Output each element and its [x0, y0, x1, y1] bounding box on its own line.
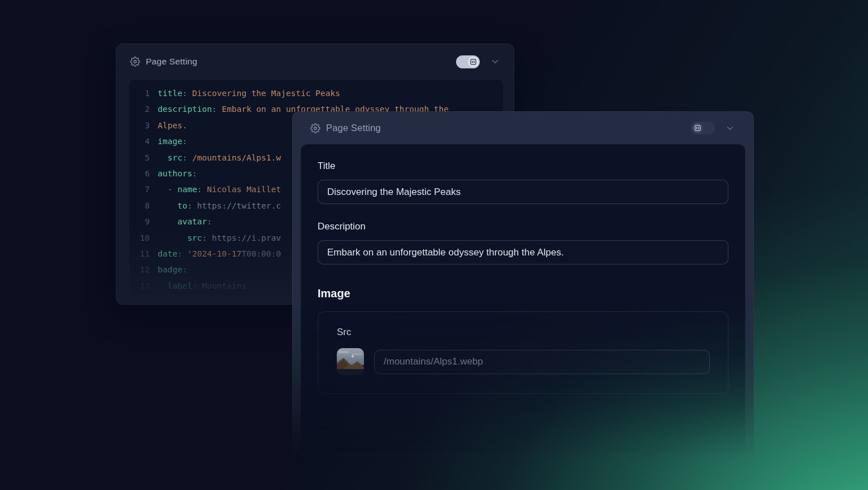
- page-setting-form-panel: Page Setting Title Description Image Src: [292, 111, 754, 462]
- code-token-val: Discovering the Majestic Peaks: [187, 85, 340, 101]
- code-token-colon: :: [183, 150, 188, 166]
- code-token-muted: Mountains: [197, 278, 246, 294]
- toggle-knob: [692, 123, 703, 133]
- description-field-label: Description: [318, 221, 728, 232]
- code-token-muted: https://twitter.c: [192, 198, 281, 214]
- code-token-plain: [158, 181, 167, 197]
- code-token-colon: :: [212, 101, 217, 117]
- panel-title: Page Setting: [326, 123, 381, 133]
- code-panel-header: Page Setting: [116, 44, 514, 79]
- code-token-plain: [158, 150, 167, 166]
- code-token-key: label: [167, 278, 192, 294]
- gear-icon: [310, 123, 320, 133]
- chevron-down-icon[interactable]: [490, 57, 500, 67]
- code-token-key: description: [158, 101, 212, 117]
- code-token-key: authors: [158, 166, 192, 181]
- code-token-key: name: [177, 181, 197, 197]
- line-number: 11: [129, 246, 158, 262]
- form-panel-header: Page Setting: [293, 112, 753, 144]
- code-token-plain: [158, 198, 177, 214]
- code-token-colon: :: [192, 166, 197, 181]
- code-token-colon: :: [207, 214, 212, 229]
- code-token-colon: :: [177, 246, 183, 262]
- gear-icon: [130, 57, 140, 67]
- code-token-val: '2024-10-17: [183, 246, 242, 262]
- code-token-key: title: [158, 85, 183, 101]
- line-number: 2: [129, 101, 158, 117]
- line-number: 9: [129, 214, 158, 229]
- image-section-heading: Image: [318, 287, 728, 300]
- code-token-key: src: [167, 150, 182, 166]
- code-token-val2: Nicolas Maillet: [202, 181, 281, 197]
- line-number: 10: [129, 230, 158, 246]
- title-field-label: Title: [318, 161, 728, 172]
- src-field-label: Src: [337, 327, 710, 338]
- code-token-colon: :: [183, 133, 188, 149]
- panel-title: Page Setting: [146, 57, 197, 67]
- line-number: 13: [129, 278, 158, 294]
- code-token-muted: T00:00:0: [241, 246, 281, 262]
- code-token-plain: [158, 230, 187, 246]
- code-token-colon: :: [187, 198, 192, 214]
- image-group-box: Src: [318, 311, 728, 394]
- code-line: 1title: Discovering the Majestic Peaks: [129, 85, 503, 101]
- code-block-icon: [470, 58, 477, 66]
- description-input[interactable]: [318, 240, 728, 264]
- title-input[interactable]: [318, 180, 728, 204]
- code-token-colon: :: [183, 85, 188, 101]
- code-token-key: badge: [158, 262, 183, 277]
- code-token-colon: :: [192, 278, 197, 294]
- line-number: 12: [129, 262, 158, 277]
- line-number: 6: [129, 166, 158, 181]
- code-token-key: to: [177, 198, 187, 214]
- line-number: 5: [129, 150, 158, 166]
- code-view-toggle[interactable]: [456, 55, 480, 68]
- code-token-plain: [158, 214, 177, 229]
- toggle-knob: [468, 57, 479, 67]
- code-token-colon: :: [183, 262, 188, 277]
- src-input-wrap: [374, 350, 710, 374]
- line-number: 8: [129, 198, 158, 214]
- chevron-down-icon[interactable]: [725, 123, 735, 133]
- code-token-colon: -: [167, 181, 177, 197]
- line-number: 3: [129, 118, 158, 133]
- src-input[interactable]: [374, 350, 710, 374]
- code-token-key: date: [158, 246, 177, 262]
- code-token-colon: :: [197, 181, 202, 197]
- code-token-val: /mountains/Alps1.w: [187, 150, 281, 166]
- mountain-thumbnail-art: [337, 348, 364, 375]
- code-token-key: src: [187, 230, 202, 246]
- form-content: Title Description Image Src: [301, 144, 745, 454]
- code-token-key: avatar: [177, 214, 207, 229]
- code-token-colon: :: [202, 230, 207, 246]
- line-number: 7: [129, 181, 158, 197]
- code-token-plain: [158, 278, 167, 294]
- code-token-muted: https://i.prav: [207, 230, 281, 246]
- line-number: 1: [129, 85, 158, 101]
- code-block-icon: [694, 124, 701, 132]
- image-thumbnail[interactable]: [337, 348, 364, 375]
- code-token-val: Alpes.: [158, 118, 187, 133]
- src-row: [337, 348, 710, 375]
- code-view-toggle[interactable]: [691, 122, 715, 135]
- line-number: 4: [129, 133, 158, 149]
- code-token-key: image: [158, 133, 183, 149]
